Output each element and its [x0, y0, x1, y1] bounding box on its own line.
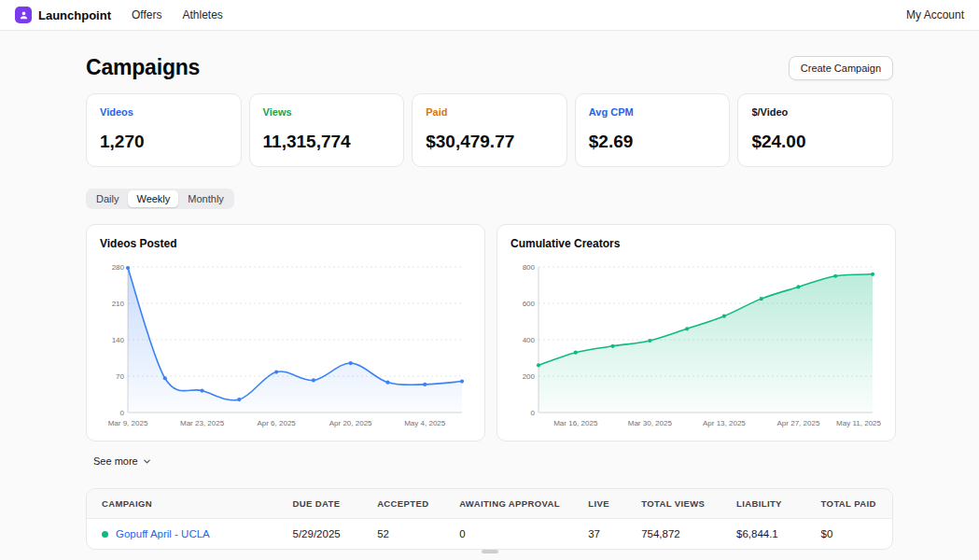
cell-total-views: 754,872 — [626, 519, 721, 550]
campaigns-table: CAMPAIGN DUE DATE ACCEPTED AWAITING APPR… — [87, 489, 892, 549]
launchpoint-logo-icon — [15, 7, 32, 23]
col-header-campaign: CAMPAIGN — [87, 489, 278, 519]
svg-text:Mar 9, 2025: Mar 9, 2025 — [108, 419, 148, 427]
cell-awaiting-approval: 0 — [444, 519, 573, 550]
svg-text:Apr 6, 2025: Apr 6, 2025 — [257, 419, 296, 427]
svg-text:210: 210 — [112, 300, 125, 308]
stat-label-views: Views — [263, 106, 391, 118]
stat-value-views: 11,315,774 — [263, 132, 391, 152]
svg-text:0: 0 — [120, 409, 125, 417]
toggle-option-weekly[interactable]: Weekly — [128, 190, 178, 207]
cell-accepted: 52 — [362, 519, 444, 550]
stat-value-paid: $30,479.77 — [426, 132, 553, 152]
cell-liability: $6,844.1 — [721, 519, 806, 550]
cumulative-creators-title: Cumulative Creators — [510, 237, 882, 250]
campaign-link[interactable]: Gopuff April - UCLA — [116, 528, 210, 539]
svg-text:May 11, 2025: May 11, 2025 — [836, 419, 881, 427]
cell-due-date: 5/29/2025 — [278, 519, 363, 550]
stat-label-cost-per-video: $/Video — [751, 106, 879, 118]
stat-value-videos: 1,270 — [100, 132, 228, 152]
stat-card-cost-per-video: $/Video $24.00 — [737, 93, 893, 167]
svg-text:May 4, 2025: May 4, 2025 — [404, 419, 446, 427]
videos-posted-card: Videos Posted 070140210280Mar 9, 2025Mar… — [86, 224, 485, 441]
stat-card-avg-cpm: Avg CPM $2.69 — [575, 93, 731, 167]
toggle-option-monthly[interactable]: Monthly — [179, 190, 232, 207]
cell-total-paid: $0 — [806, 519, 892, 550]
stat-card-views: Views 11,315,774 — [249, 93, 405, 167]
svg-text:140: 140 — [112, 336, 125, 344]
charts-row: Videos Posted 070140210280Mar 9, 2025Mar… — [86, 224, 893, 441]
campaigns-table-card: CAMPAIGN DUE DATE ACCEPTED AWAITING APPR… — [86, 488, 893, 550]
stats-row: Videos 1,270 Views 11,315,774 Paid $30,4… — [86, 93, 893, 167]
nav-item-athletes[interactable]: Athletes — [182, 8, 222, 21]
stat-label-avg-cpm: Avg CPM — [589, 106, 717, 118]
see-more-button[interactable]: See more — [86, 454, 159, 469]
col-header-accepted: ACCEPTED — [362, 489, 444, 519]
col-header-liability: LIABILITY — [721, 489, 806, 519]
videos-posted-title: Videos Posted — [100, 237, 471, 250]
table-row: Gopuff April - UCLA 5/29/2025 52 0 37 75… — [87, 519, 892, 550]
page-title: Campaigns — [86, 55, 200, 80]
svg-text:Mar 16, 2025: Mar 16, 2025 — [553, 419, 598, 427]
svg-text:Mar 30, 2025: Mar 30, 2025 — [628, 419, 673, 427]
svg-text:280: 280 — [112, 263, 125, 272]
col-header-total-paid: TOTAL PAID — [806, 489, 892, 519]
top-nav: Launchpoint Offers Athletes My Account — [0, 0, 979, 31]
table-header-row: CAMPAIGN DUE DATE ACCEPTED AWAITING APPR… — [87, 489, 892, 519]
col-header-live: LIVE — [573, 489, 626, 519]
col-header-total-views: TOTAL VIEWS — [626, 489, 721, 519]
svg-text:70: 70 — [116, 372, 124, 381]
brand[interactable]: Launchpoint — [15, 7, 111, 23]
cell-live: 37 — [573, 519, 626, 550]
col-header-awaiting-approval: AWAITING APPROVAL — [444, 489, 573, 519]
nav-item-offers[interactable]: Offers — [132, 8, 161, 21]
stat-card-paid: Paid $30,479.77 — [412, 93, 567, 167]
stat-label-videos: Videos — [100, 106, 228, 118]
videos-posted-chart: 070140210280Mar 9, 2025Mar 23, 2025Apr 6… — [100, 259, 471, 429]
cumulative-creators-card: Cumulative Creators 0200400600800Mar 16,… — [496, 224, 896, 441]
toggle-option-daily[interactable]: Daily — [88, 190, 127, 207]
horizontal-scrollbar[interactable] — [482, 550, 498, 553]
svg-text:Apr 27, 2025: Apr 27, 2025 — [777, 419, 820, 427]
col-header-due-date: DUE DATE — [278, 489, 363, 519]
range-toggle: Daily Weekly Monthly — [86, 189, 234, 209]
nav-item-my-account[interactable]: My Account — [906, 8, 964, 21]
create-campaign-button[interactable]: Create Campaign — [789, 56, 893, 80]
status-dot — [102, 531, 108, 538]
svg-text:0: 0 — [531, 409, 536, 417]
stat-value-avg-cpm: $2.69 — [589, 132, 717, 152]
chevron-down-icon — [143, 457, 151, 466]
brand-name: Launchpoint — [38, 8, 111, 22]
svg-text:Apr 20, 2025: Apr 20, 2025 — [329, 419, 372, 427]
see-more-label: See more — [93, 455, 138, 467]
svg-text:800: 800 — [523, 263, 536, 272]
stat-label-paid: Paid — [426, 106, 553, 118]
svg-text:200: 200 — [523, 372, 536, 381]
stat-card-videos: Videos 1,270 — [86, 93, 242, 167]
main-content: Campaigns Create Campaign Videos 1,270 V… — [86, 55, 893, 550]
svg-text:Apr 13, 2025: Apr 13, 2025 — [703, 419, 746, 427]
stat-value-cost-per-video: $24.00 — [751, 132, 879, 152]
cumulative-creators-chart: 0200400600800Mar 16, 2025Mar 30, 2025Apr… — [510, 259, 882, 429]
svg-text:400: 400 — [523, 336, 536, 344]
svg-text:Mar 23, 2025: Mar 23, 2025 — [180, 419, 225, 427]
svg-text:600: 600 — [523, 300, 536, 308]
